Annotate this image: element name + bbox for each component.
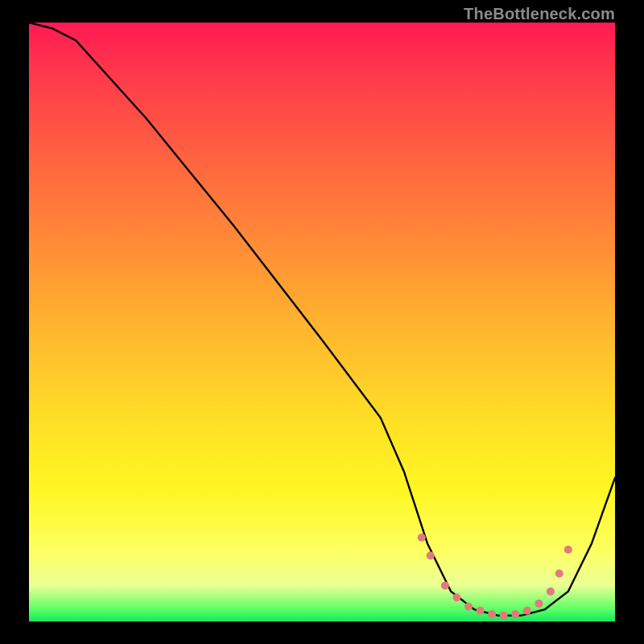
valley-marker [464,602,473,610]
valley-marker [441,581,449,589]
valley-marker [452,593,460,601]
valley-marker [547,588,555,596]
bottleneck-curve-path [29,23,615,616]
valley-marker [511,610,519,618]
valley-marker [564,546,572,554]
watermark-text: TheBottleneck.com [464,5,615,23]
valley-marker [477,607,485,615]
valley-marker [555,570,564,578]
chart-frame: TheBottleneck.com [0,0,644,644]
valley-marker [418,534,426,542]
valley-marker [500,612,508,620]
chart-svg [29,23,615,621]
valley-marker [535,600,543,608]
valley-marker [523,607,531,615]
valley-marker [427,551,435,559]
plot-area [29,23,615,621]
valley-marker [488,610,496,618]
